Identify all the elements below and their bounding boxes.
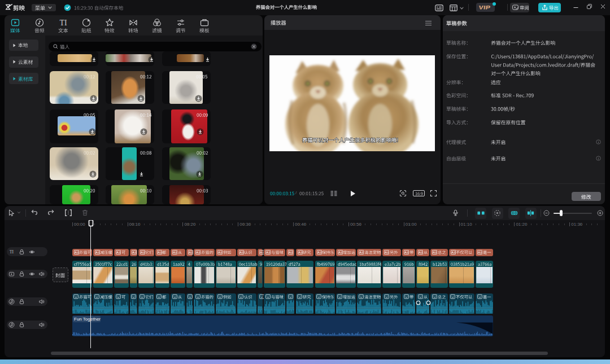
svg-text:TI: TI (10, 249, 14, 254)
svg-text:TI: TI (59, 19, 67, 27)
